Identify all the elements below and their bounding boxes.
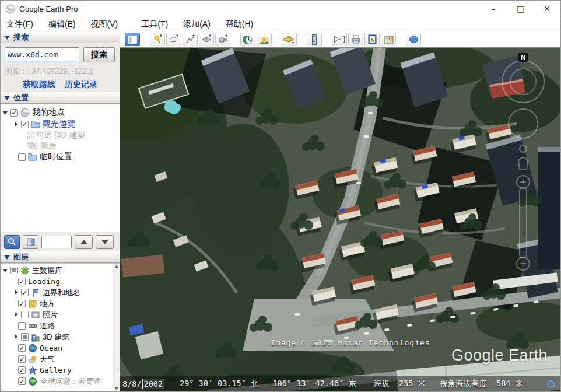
menu-file[interactable]: 文件(F): [6, 19, 33, 30]
elevation-value: 255 米: [399, 379, 426, 389]
layer-ocean[interactable]: ✓ Ocean: [1, 342, 120, 354]
layer-loading[interactable]: ✓ Loading: [1, 276, 120, 287]
layer-photos[interactable]: 照片: [1, 309, 120, 320]
menu-tools[interactable]: 工具(T): [141, 19, 168, 30]
eye-altitude-value: 584 米: [496, 379, 523, 389]
print-button[interactable]: [348, 33, 363, 46]
checkbox-checked[interactable]: ✓: [18, 278, 26, 285]
expander-icon[interactable]: [13, 122, 19, 127]
gradient-box-icon: [27, 238, 35, 246]
search-input[interactable]: [5, 47, 79, 61]
google-earth-icon: [20, 108, 30, 117]
email-button[interactable]: [332, 33, 347, 46]
zoom-slider[interactable]: [517, 176, 530, 270]
search-button[interactable]: 搜索: [83, 47, 115, 62]
places-panel-header[interactable]: 位置: [1, 92, 120, 104]
minimize-button[interactable]: –: [480, 1, 507, 17]
checkbox-unchecked[interactable]: [18, 322, 26, 330]
add-image-overlay-button[interactable]: [199, 33, 214, 46]
add-polygon-button[interactable]: [166, 33, 181, 46]
layers-tree: 主数据库 ✓ Loading ✓ 边界和地名 ✓: [1, 263, 120, 391]
pegman-icon[interactable]: [518, 145, 528, 169]
layer-global-awareness[interactable]: ✓ 全球问题：若要查: [1, 376, 120, 387]
ruler-button[interactable]: [307, 33, 322, 46]
photo-icon: [31, 310, 40, 320]
map-viewport[interactable]: Image © 2020 Maxar Technologies Google E…: [120, 48, 560, 391]
checkbox-partial[interactable]: [21, 333, 29, 341]
snapshot-view-button[interactable]: [23, 235, 38, 249]
checkbox-checked[interactable]: ✓: [18, 300, 26, 307]
weather-icon: [28, 355, 37, 364]
places-panel-title: 位置: [13, 93, 29, 103]
menu-view[interactable]: 视图(V): [91, 19, 118, 30]
expander-icon[interactable]: [3, 110, 8, 116]
timeline-year-handle[interactable]: 2002: [142, 379, 165, 389]
checkbox-checked[interactable]: ✓: [18, 355, 26, 363]
sunlight-button[interactable]: [257, 33, 272, 46]
elevation-label: 海拔: [374, 379, 390, 389]
expander-icon[interactable]: [13, 334, 19, 340]
checkbox-checked[interactable]: ✓: [10, 109, 18, 117]
layer-borders-labels[interactable]: ✓ 边界和地名: [1, 287, 120, 298]
tree-item-temporary-places[interactable]: 临时位置: [1, 151, 120, 163]
places-filter-input[interactable]: [41, 236, 72, 249]
layer-primary-database[interactable]: 主数据库: [1, 265, 120, 276]
historical-imagery-button[interactable]: [240, 33, 255, 46]
view-in-maps-button[interactable]: [381, 33, 396, 46]
layer-places[interactable]: ✓ 地方: [1, 298, 120, 309]
move-down-button[interactable]: [96, 235, 114, 249]
compass-north-badge[interactable]: N: [518, 52, 528, 62]
placemark-icon: [153, 34, 163, 44]
add-placemark-button[interactable]: [150, 33, 165, 46]
checkbox-checked[interactable]: ✓: [18, 344, 26, 352]
look-joystick[interactable]: [509, 109, 538, 138]
close-button[interactable]: ✕: [534, 1, 560, 17]
checkbox-unchecked[interactable]: [18, 153, 26, 161]
planets-button[interactable]: [282, 33, 297, 46]
sidebar-toggle-icon: [128, 36, 137, 44]
checkbox-checked[interactable]: ✓: [21, 121, 29, 128]
globe-icon: [409, 35, 419, 44]
window-title: Google Earth Pro: [19, 5, 78, 13]
menu-bar: 文件(F) 编辑(E) 视图(V) 工具(T) 添加(A) 帮助(H): [1, 17, 560, 32]
add-path-button[interactable]: [183, 33, 198, 46]
checkbox-partial[interactable]: [10, 267, 18, 274]
search-panel-header[interactable]: 搜索: [1, 32, 120, 43]
magnifier-icon: [8, 237, 16, 246]
buildings-icon: [31, 332, 40, 342]
history-link[interactable]: 历史记录: [65, 79, 97, 90]
layer-gallery[interactable]: ✓ Gallery: [1, 365, 120, 376]
maximize-button[interactable]: □: [507, 1, 534, 17]
scroll-up-icon[interactable]: [114, 265, 119, 268]
sidebar-toggle-button[interactable]: [125, 33, 140, 46]
scroll-down-icon[interactable]: [114, 387, 119, 390]
expander-icon[interactable]: [13, 290, 19, 295]
menu-help[interactable]: 帮助(H): [226, 19, 253, 30]
checkbox-unchecked[interactable]: [21, 311, 29, 318]
historical-imagery-icon: [243, 34, 253, 45]
get-directions-link[interactable]: 获取路线: [23, 79, 55, 90]
layer-3d-buildings[interactable]: 3D 建筑: [1, 331, 120, 342]
image-overlay-icon: [202, 34, 212, 44]
save-image-button[interactable]: [364, 33, 380, 46]
imagery-date: 8/8/: [122, 379, 142, 388]
compass-ring[interactable]: [502, 61, 544, 103]
layers-panel-header[interactable]: 图层: [1, 251, 120, 263]
checkbox-checked[interactable]: ✓: [18, 366, 26, 374]
globe-share-button[interactable]: [406, 33, 421, 46]
expander-icon[interactable]: [13, 312, 19, 317]
folder-icon: [28, 152, 37, 162]
layers-scrollbar[interactable]: [113, 264, 120, 391]
checkbox-checked[interactable]: ✓: [18, 377, 26, 385]
tree-item-my-places[interactable]: ✓ 我的地点: [1, 107, 120, 118]
menu-add[interactable]: 添加(A): [183, 19, 211, 30]
record-tour-button[interactable]: [215, 33, 230, 46]
layer-roads[interactable]: 道路: [1, 320, 120, 331]
layer-weather[interactable]: ✓ 天气: [1, 354, 120, 365]
expander-icon[interactable]: [3, 268, 8, 273]
search-places-button[interactable]: [4, 235, 20, 249]
tree-item-sightseeing[interactable]: ✓ 觀光遊覽: [1, 118, 120, 130]
menu-edit[interactable]: 编辑(E): [48, 19, 76, 30]
checkbox-checked[interactable]: ✓: [21, 289, 29, 296]
move-up-button[interactable]: [75, 235, 93, 249]
